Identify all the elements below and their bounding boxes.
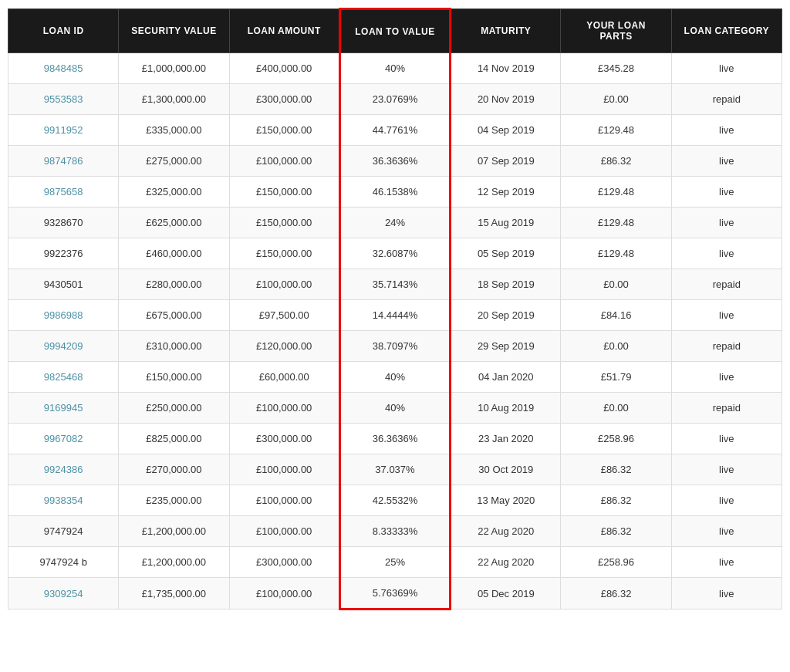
cell-security-value: £1,735,000.00 (119, 578, 229, 610)
cell-loan-category: live (671, 362, 782, 393)
loan-id-link[interactable]: 9994209 (44, 340, 83, 352)
col-header-loan-id: LOAN ID (8, 9, 119, 53)
table-row: 9328670£625,000.00£150,000.0024%15 Aug 2… (8, 208, 782, 238)
cell-loan-to-value: 40% (339, 362, 450, 393)
cell-loan-id[interactable]: 9825468 (8, 362, 119, 393)
cell-loan-category: live (671, 454, 782, 485)
cell-your-loan-parts: £0.00 (561, 331, 671, 362)
cell-loan-category: live (671, 300, 782, 331)
cell-loan-category: live (671, 115, 782, 146)
table-row: 9553583£1,300,000.00£300,000.0023.0769%2… (8, 84, 782, 115)
table-row: 9875658£325,000.00£150,000.0046.1538%12 … (8, 177, 782, 208)
cell-loan-to-value: 24% (339, 208, 450, 238)
loan-id-link[interactable]: 9309254 (44, 588, 83, 599)
cell-loan-amount: £100,000.00 (229, 516, 339, 547)
cell-your-loan-parts: £129.48 (561, 177, 671, 208)
loan-id-link[interactable]: 9924386 (44, 464, 83, 475)
cell-loan-id[interactable]: 9994209 (8, 331, 119, 362)
cell-loan-to-value: 46.1538% (339, 177, 450, 208)
cell-loan-id[interactable]: 9309254 (8, 578, 119, 610)
table-row: 9938354£235,000.00£100,000.0042.5532%13 … (8, 485, 782, 516)
cell-loan-category: repaid (671, 269, 782, 300)
cell-loan-category: live (671, 485, 782, 516)
cell-loan-id[interactable]: 9875658 (8, 177, 119, 208)
cell-loan-category: live (671, 177, 782, 208)
cell-maturity: 15 Aug 2019 (451, 208, 561, 238)
cell-your-loan-parts: £86.32 (561, 578, 671, 610)
loan-id-link[interactable]: 9911952 (44, 124, 83, 136)
cell-loan-id: 9747924 (8, 516, 119, 547)
cell-security-value: £270,000.00 (119, 454, 229, 485)
loans-table: LOAN ID SECURITY VALUE LOAN AMOUNT LOAN … (8, 8, 782, 610)
cell-loan-amount: £150,000.00 (229, 177, 339, 208)
cell-maturity: 05 Dec 2019 (451, 578, 561, 610)
table-row: 9825468£150,000.00£60,000.0040%04 Jan 20… (8, 362, 782, 393)
cell-loan-to-value: 23.0769% (339, 84, 450, 115)
cell-loan-id[interactable]: 9553583 (8, 84, 119, 115)
cell-loan-category: live (671, 578, 782, 610)
cell-loan-id[interactable]: 9169945 (8, 393, 119, 424)
cell-loan-id[interactable]: 9848485 (8, 53, 119, 84)
table-row: 9747924£1,200,000.00£100,000.008.33333%2… (8, 516, 782, 547)
cell-loan-amount: £150,000.00 (229, 238, 339, 269)
cell-your-loan-parts: £0.00 (561, 393, 671, 424)
cell-loan-id[interactable]: 9874786 (8, 146, 119, 177)
cell-loan-amount: £60,000.00 (229, 362, 339, 393)
cell-maturity: 14 Nov 2019 (451, 53, 561, 84)
cell-loan-amount: £300,000.00 (229, 547, 339, 578)
cell-loan-category: live (671, 424, 782, 454)
loans-table-wrapper: LOAN ID SECURITY VALUE LOAN AMOUNT LOAN … (0, 0, 790, 618)
loan-id-link[interactable]: 9986988 (44, 309, 83, 321)
loan-id-link[interactable]: 9938354 (44, 495, 83, 506)
cell-your-loan-parts: £129.48 (561, 115, 671, 146)
cell-loan-id[interactable]: 9967082 (8, 424, 119, 454)
cell-loan-to-value: 35.7143% (339, 269, 450, 300)
cell-loan-to-value: 40% (339, 53, 450, 84)
cell-security-value: £325,000.00 (119, 177, 229, 208)
cell-maturity: 04 Sep 2019 (451, 115, 561, 146)
cell-loan-id[interactable]: 9938354 (8, 485, 119, 516)
cell-security-value: £825,000.00 (119, 424, 229, 454)
table-row: 9309254£1,735,000.00£100,000.005.76369%0… (8, 578, 782, 610)
cell-loan-amount: £100,000.00 (229, 485, 339, 516)
cell-loan-id: 9328670 (8, 208, 119, 238)
cell-your-loan-parts: £86.32 (561, 454, 671, 485)
cell-loan-category: live (671, 516, 782, 547)
loan-id-link[interactable]: 9874786 (44, 155, 83, 167)
loan-id-link[interactable]: 9875658 (44, 186, 83, 198)
cell-security-value: £1,300,000.00 (119, 84, 229, 115)
cell-loan-to-value: 5.76369% (339, 578, 450, 610)
cell-loan-id[interactable]: 9924386 (8, 454, 119, 485)
cell-maturity: 12 Sep 2019 (451, 177, 561, 208)
cell-security-value: £250,000.00 (119, 393, 229, 424)
table-row: 9430501£280,000.00£100,000.0035.7143%18 … (8, 269, 782, 300)
cell-your-loan-parts: £129.48 (561, 208, 671, 238)
loan-id-link[interactable]: 9967082 (44, 433, 83, 444)
loan-id-link[interactable]: 9825468 (44, 371, 83, 383)
cell-loan-amount: £150,000.00 (229, 115, 339, 146)
cell-loan-id[interactable]: 9911952 (8, 115, 119, 146)
cell-maturity: 05 Sep 2019 (451, 238, 561, 269)
cell-maturity: 29 Sep 2019 (451, 331, 561, 362)
loan-id-link[interactable]: 9848485 (44, 62, 83, 74)
loan-id-link[interactable]: 9169945 (44, 402, 83, 414)
col-header-loan-to-value: LOAN TO VALUE (339, 9, 450, 53)
cell-maturity: 20 Nov 2019 (451, 84, 561, 115)
loan-id-link[interactable]: 9553583 (44, 93, 83, 105)
cell-loan-category: repaid (671, 393, 782, 424)
col-header-maturity: MATURITY (451, 9, 561, 53)
col-header-security-value: SECURITY VALUE (119, 9, 229, 53)
cell-security-value: £675,000.00 (119, 300, 229, 331)
cell-loan-to-value: 36.3636% (339, 146, 450, 177)
cell-maturity: 18 Sep 2019 (451, 269, 561, 300)
cell-your-loan-parts: £86.32 (561, 516, 671, 547)
cell-loan-id[interactable]: 9986988 (8, 300, 119, 331)
cell-loan-to-value: 36.3636% (339, 424, 450, 454)
cell-security-value: £235,000.00 (119, 485, 229, 516)
cell-your-loan-parts: £0.00 (561, 84, 671, 115)
cell-your-loan-parts: £86.32 (561, 146, 671, 177)
cell-your-loan-parts: £129.48 (561, 238, 671, 269)
cell-loan-category: repaid (671, 331, 782, 362)
cell-loan-to-value: 37.037% (339, 454, 450, 485)
cell-loan-amount: £97,500.00 (229, 300, 339, 331)
